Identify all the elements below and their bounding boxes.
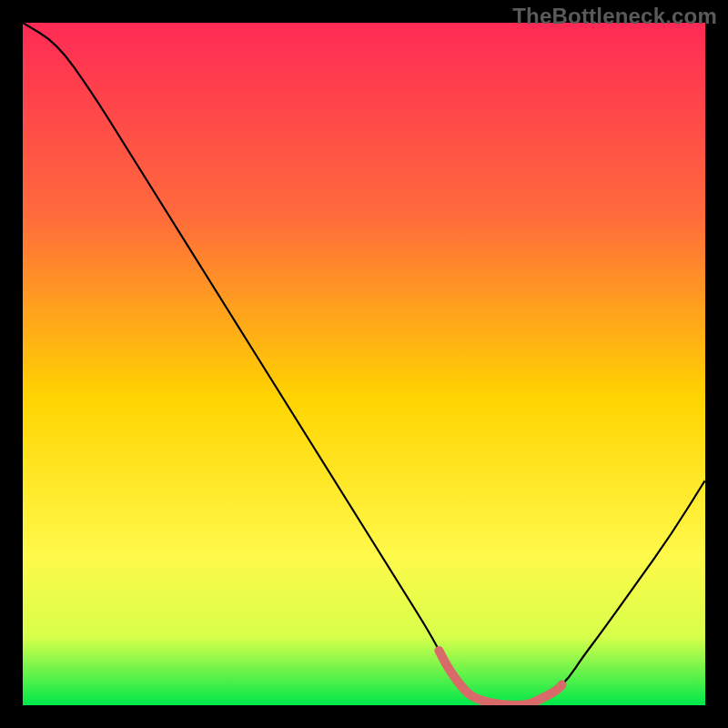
bottleneck-plot bbox=[23, 23, 705, 705]
watermark-text: TheBottleneck.com bbox=[512, 4, 717, 29]
plot-background bbox=[23, 23, 705, 705]
chart-frame: TheBottleneck.com bbox=[0, 0, 728, 728]
